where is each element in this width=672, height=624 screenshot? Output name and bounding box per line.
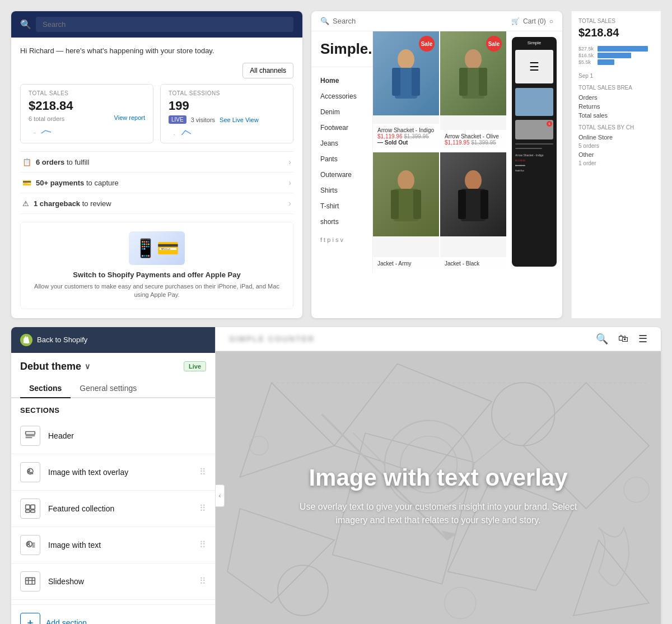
section-image-text-overlay[interactable]: Image with text overlay ⠿	[11, 454, 215, 491]
back-to-shopify-label[interactable]: Back to Shopify	[37, 336, 87, 344]
nav-outerware[interactable]: Outerware	[311, 167, 372, 183]
hero-subtitle: Use overlay text to give your customers …	[298, 500, 578, 527]
product-image-1	[389, 45, 423, 101]
collapse-handle[interactable]: ‹	[216, 485, 225, 507]
editor-sidebar: Back to Shopify Debut theme ∨ Live Secti…	[11, 327, 216, 624]
drag-handle-overlay[interactable]: ⠿	[199, 467, 206, 477]
product-info-1: Arrow Shacket - Indigo $1,119.96 $1,399.…	[373, 124, 439, 149]
product-card-1[interactable]: Sale Arrow Shacket - Indigo $1,119.96 $1…	[373, 31, 439, 149]
product-image-2	[456, 45, 490, 101]
product-card-4[interactable]: Jacket - Black	[440, 152, 506, 270]
product-info-4: Jacket - Black	[440, 257, 506, 270]
action-payments[interactable]: 💳 50+ payments to capture ›	[20, 173, 293, 193]
product-info-3: Jacket - Army	[373, 257, 439, 270]
search-icon: 🔍	[20, 19, 31, 30]
section-header[interactable]: Header	[11, 418, 215, 454]
drag-handle-image-text[interactable]: ⠿	[199, 539, 206, 550]
section-list: Header Image with text overlay ⠿	[11, 418, 215, 604]
svg-point-51	[249, 436, 268, 455]
sale-badge-2: Sale	[486, 36, 502, 52]
nav-denim[interactable]: Denim	[311, 104, 372, 120]
store-header: 🔍 Search 🛒 Cart (0) ○	[311, 11, 562, 31]
svg-rect-24	[31, 510, 35, 512]
add-section-button[interactable]: Add section	[11, 604, 215, 624]
header-section-icon	[20, 426, 40, 446]
collection-icon	[20, 499, 40, 519]
circle-icon: ○	[549, 17, 553, 25]
svg-rect-2	[392, 68, 400, 96]
svg-point-53	[445, 587, 476, 618]
chevron-right-icon2: ›	[288, 178, 291, 187]
product-grid: Sale Arrow Shacket - Indigo $1,119.96 $1…	[373, 31, 506, 272]
nav-accessories[interactable]: Accessories	[311, 89, 372, 104]
shopify-icon	[20, 334, 32, 346]
nav-home[interactable]: Home	[311, 73, 372, 89]
product-card-3[interactable]: Jacket - Army	[373, 152, 439, 270]
live-tag: Live	[184, 361, 206, 371]
menu-preview-icon[interactable]: ☰	[638, 333, 647, 345]
svg-point-4	[465, 49, 482, 69]
nav-shorts[interactable]: shorts	[311, 214, 372, 230]
cart-icon: 🛒	[511, 17, 520, 25]
search-preview-icon[interactable]: 🔍	[596, 333, 608, 345]
nav-jeans[interactable]: Jeans	[311, 136, 372, 151]
live-badge: LIVE	[169, 115, 186, 124]
right-stats-panel: TOTAL SALES $218.84 $27.5k $16.5k $5.5k …	[571, 11, 661, 318]
store-search-area: 🔍 Search	[320, 17, 356, 25]
drag-handle-collection[interactable]: ⠿	[199, 503, 206, 514]
sales-sparkline	[29, 122, 51, 133]
nav-pants[interactable]: Pants	[311, 151, 372, 167]
tab-general-settings[interactable]: General settings	[71, 379, 146, 398]
image-overlay-icon	[20, 462, 40, 482]
theme-dropdown-icon[interactable]: ∨	[85, 362, 90, 371]
svg-rect-3	[412, 68, 420, 96]
section-featured-collection[interactable]: Featured collection ⠿	[11, 491, 215, 527]
search-input[interactable]	[36, 17, 293, 32]
preview-icons: 🔍 🛍 ☰	[596, 333, 647, 345]
mobile-preview: Simple ☰ S Arrow Shacket - Indigo $1,119…	[512, 37, 557, 267]
svg-rect-15	[480, 190, 488, 219]
product-image-4	[456, 166, 490, 222]
store-logo: Simple.	[311, 40, 372, 67]
nav-tshirt[interactable]: T-shirt	[311, 198, 372, 214]
drag-handle-slideshow[interactable]: ⠿	[199, 576, 206, 586]
sections-heading: Sections	[11, 398, 215, 418]
editor-preview: SIMPLE COUNTER 🔍 🛍 ☰	[216, 327, 661, 624]
promo-image: 📱💳	[129, 231, 185, 265]
theme-name-row: Debut theme ∨ Live	[11, 353, 215, 372]
product-card-2[interactable]: Sale Arrow Shacket - Olive $1,119.95 $1,…	[440, 31, 506, 149]
preview-topbar: SIMPLE COUNTER 🔍 🛍 ☰	[216, 327, 661, 351]
tab-sections[interactable]: Sections	[20, 379, 71, 398]
store-search-icon: 🔍	[320, 17, 329, 25]
action-orders[interactable]: 📋 6 orders to fulfill ›	[20, 152, 293, 173]
nav-footwear[interactable]: Footwear	[311, 120, 372, 136]
see-live-link[interactable]: See Live View	[220, 117, 259, 123]
svg-rect-7	[479, 68, 487, 96]
theme-name: Debut theme ∨	[20, 361, 90, 372]
total-sessions-card: TOTAL SESSIONS 199 LIVE 3 visitors See L…	[160, 84, 293, 143]
editor-tabs: Sections General settings	[11, 379, 215, 398]
svg-point-38	[492, 383, 554, 445]
hero-text: Image with text overlay Use overlay text…	[276, 464, 601, 527]
editor-topbar: Back to Shopify	[11, 327, 215, 353]
svg-point-12	[465, 170, 482, 190]
section-image-text[interactable]: Image with text ⠿	[11, 527, 215, 564]
bag-preview-icon[interactable]: 🛍	[618, 333, 628, 344]
section-slideshow[interactable]: Slideshow ⠿	[11, 564, 215, 600]
svg-point-8	[398, 170, 414, 190]
greeting-text: Hi Richard — here's what's happening wit…	[20, 46, 293, 55]
sessions-sparkline	[169, 124, 191, 135]
hero-title: Image with text overlay	[298, 464, 578, 491]
orders-icon: 📋	[22, 158, 31, 166]
action-chargeback[interactable]: ⚠ 1 chargeback to review ›	[20, 193, 293, 214]
all-channels-button[interactable]: All channels	[242, 63, 293, 78]
total-sales-card: TOTAL SALES $218.84 6 total orders View …	[20, 84, 153, 143]
product-image-3	[389, 166, 423, 222]
dashboard-search-bar: 🔍	[11, 11, 302, 38]
svg-marker-44	[573, 540, 649, 616]
nav-shirts[interactable]: Shirts	[311, 183, 372, 198]
view-report-link[interactable]: View report	[114, 114, 145, 121]
svg-rect-22	[31, 505, 35, 509]
svg-point-20	[28, 469, 30, 471]
sale-badge-1: Sale	[419, 36, 435, 52]
